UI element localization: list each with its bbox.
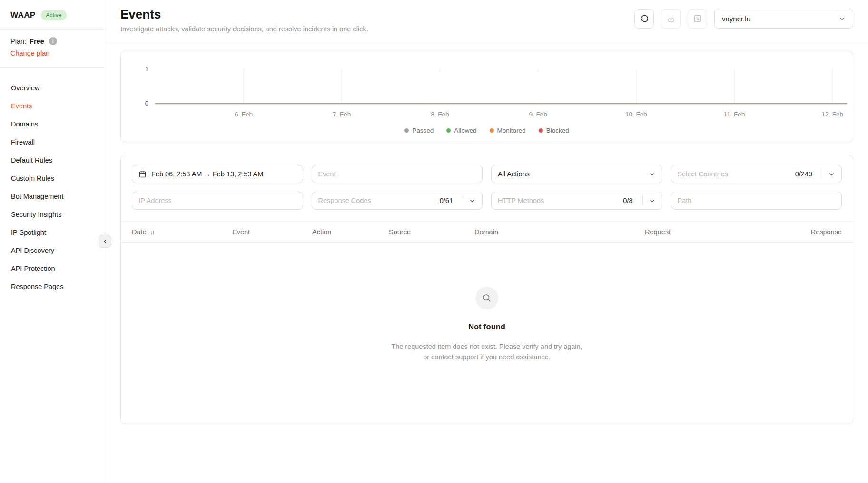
main-content: Events Investigate attacks, validate sec… <box>105 0 868 424</box>
sidebar-collapse-button[interactable] <box>99 235 111 248</box>
response-codes-placeholder: Response Codes <box>318 197 371 204</box>
column-header-event[interactable]: Event <box>232 228 312 236</box>
divider <box>642 196 643 205</box>
chevron-down-icon <box>828 171 835 178</box>
events-timeline-chart: 6. Feb7. Feb8. Feb9. Feb10. Feb11. Feb12… <box>125 58 849 125</box>
domain-selector[interactable]: vayner.lu <box>714 9 853 29</box>
sidebar-item-response-pages[interactable]: Response Pages <box>0 278 105 296</box>
sidebar-item-default-rules[interactable]: Default Rules <box>0 151 105 169</box>
svg-text:1: 1 <box>145 66 148 73</box>
header-toolbar: vayner.lu <box>634 9 853 29</box>
svg-text:12. Feb: 12. Feb <box>821 111 843 118</box>
legend-dot-icon <box>404 128 409 133</box>
http-methods-select[interactable]: HTTP Methods 0/8 <box>491 192 662 210</box>
legend-dot-icon <box>539 128 543 133</box>
empty-state-message-line1: The requested item does not exist. Pleas… <box>121 341 853 352</box>
plan-label: Plan: <box>10 38 26 45</box>
actions-select[interactable]: All Actions <box>491 165 662 183</box>
refresh-button[interactable] <box>634 9 654 29</box>
refresh-icon <box>640 14 649 23</box>
sidebar-item-bot-management[interactable]: Bot Management <box>0 187 105 205</box>
svg-text:10. Feb: 10. Feb <box>625 111 647 118</box>
column-label: Date <box>132 228 147 236</box>
sort-icon[interactable]: ↓↑ <box>150 229 154 236</box>
chart-legend: PassedAllowedMonitoredBlocked <box>125 125 849 138</box>
actions-select-value: All Actions <box>498 170 530 178</box>
search-icon <box>475 287 498 309</box>
legend-label: Monitored <box>497 127 526 134</box>
svg-text:8. Feb: 8. Feb <box>431 111 449 118</box>
response-codes-select[interactable]: Response Codes 0/61 <box>312 192 483 210</box>
calendar-icon <box>138 170 147 178</box>
info-icon[interactable]: i <box>49 37 57 45</box>
chevron-down-icon <box>649 197 656 204</box>
sidebar-item-domains[interactable]: Domains <box>0 115 105 133</box>
legend-item-blocked[interactable]: Blocked <box>539 127 569 134</box>
sidebar-item-api-protection[interactable]: API Protection <box>0 260 105 278</box>
page-subtitle: Investigate attacks, validate security d… <box>120 25 368 33</box>
countries-select[interactable]: Select Countries 0/249 <box>671 165 842 183</box>
response-codes-count: 0/61 <box>440 197 453 204</box>
divider <box>822 169 822 179</box>
sidebar-item-custom-rules[interactable]: Custom Rules <box>0 169 105 187</box>
legend-item-allowed[interactable]: Allowed <box>446 127 476 134</box>
svg-text:9. Feb: 9. Feb <box>529 111 547 118</box>
column-header-request[interactable]: Request <box>645 228 792 236</box>
ip-address-filter-input[interactable] <box>132 192 303 210</box>
legend-dot-icon <box>490 128 494 133</box>
legend-label: Allowed <box>454 127 476 134</box>
brand: WAAP Active <box>0 0 105 30</box>
column-header-source[interactable]: Source <box>389 228 474 236</box>
sidebar-item-events[interactable]: Events <box>0 97 105 115</box>
domain-selector-value: vayner.lu <box>722 15 750 23</box>
chevron-left-icon <box>102 238 108 245</box>
sidebar-item-api-discovery[interactable]: API Discovery <box>0 242 105 260</box>
brand-logo: WAAP <box>10 10 36 20</box>
empty-state-title: Not found <box>121 322 853 331</box>
path-filter-input[interactable] <box>671 192 842 210</box>
empty-state-message-line2: or contact support if you need assistanc… <box>121 352 853 362</box>
page-heading-block: Events Investigate attacks, validate sec… <box>120 7 368 33</box>
page-title: Events <box>120 7 368 22</box>
column-header-domain[interactable]: Domain <box>474 228 645 236</box>
chevron-down-icon <box>838 15 846 22</box>
date-range-filter[interactable]: Feb 06, 2:53 AM → Feb 13, 2:53 AM <box>132 165 303 183</box>
empty-state: Not found The requested item does not ex… <box>121 243 853 424</box>
sidebar-nav: Overview Events Domains Firewall Default… <box>0 68 105 307</box>
divider <box>463 196 463 205</box>
column-header-action[interactable]: Action <box>312 228 389 236</box>
event-filter-input[interactable] <box>312 165 483 183</box>
legend-item-passed[interactable]: Passed <box>404 127 434 134</box>
export-arrow-icon <box>693 14 702 23</box>
sidebar-item-firewall[interactable]: Firewall <box>0 133 105 151</box>
change-plan-link[interactable]: Change plan <box>10 49 49 57</box>
plan-block: Plan: Free i Change plan <box>0 30 105 68</box>
empty-state-message: The requested item does not exist. Pleas… <box>121 341 853 363</box>
legend-label: Passed <box>412 127 434 134</box>
plan-line: Plan: Free i <box>10 37 94 45</box>
page-header: Events Investigate attacks, validate sec… <box>105 0 868 42</box>
plan-value: Free <box>30 38 44 45</box>
date-range-value: Feb 06, 2:53 AM → Feb 13, 2:53 AM <box>151 170 263 178</box>
events-table-card: Feb 06, 2:53 AM → Feb 13, 2:53 AM All Ac… <box>120 155 853 424</box>
status-badge: Active <box>41 10 67 20</box>
download-button[interactable] <box>661 9 681 29</box>
countries-count: 0/249 <box>795 170 812 178</box>
legend-item-monitored[interactable]: Monitored <box>490 127 526 134</box>
svg-text:7. Feb: 7. Feb <box>333 111 351 118</box>
table-header-row: Date ↓↑ Event Action Source Domain Reque… <box>121 221 853 243</box>
svg-text:0: 0 <box>145 100 148 107</box>
countries-placeholder: Select Countries <box>678 170 728 178</box>
sidebar-item-security-insights[interactable]: Security Insights <box>0 205 105 223</box>
waap-app: WAAP Active Plan: Free i Change plan Ove… <box>0 0 868 424</box>
export-button[interactable] <box>688 9 707 29</box>
sidebar: WAAP Active Plan: Free i Change plan Ove… <box>0 0 105 483</box>
sidebar-item-ip-spotlight[interactable]: IP Spotlight <box>0 223 105 242</box>
column-header-response[interactable]: Response <box>792 228 842 236</box>
filters-panel: Feb 06, 2:53 AM → Feb 13, 2:53 AM All Ac… <box>121 165 853 221</box>
http-methods-placeholder: HTTP Methods <box>498 197 544 204</box>
download-icon <box>667 14 675 23</box>
chevron-down-icon <box>469 197 476 204</box>
sidebar-item-overview[interactable]: Overview <box>0 79 105 97</box>
column-header-date[interactable]: Date ↓↑ <box>132 228 232 236</box>
